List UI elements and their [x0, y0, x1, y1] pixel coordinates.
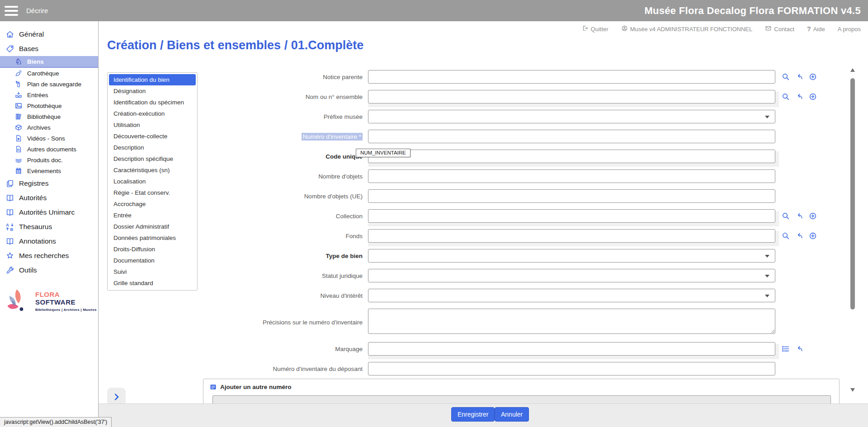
field-nombre-d-objets[interactable] — [368, 169, 775, 183]
plus-circle-icon[interactable] — [808, 92, 817, 101]
search-icon[interactable] — [781, 72, 790, 81]
search-icon[interactable] — [781, 231, 790, 240]
sidebar-item-bases[interactable]: Bases — [0, 42, 98, 56]
search-icon[interactable] — [781, 92, 790, 101]
sidebar-item-autorites[interactable]: Autorités — [0, 191, 98, 205]
field-collection[interactable] — [368, 209, 775, 223]
scroll-up-arrow[interactable] — [850, 68, 855, 72]
tab-localisation[interactable]: Localisation — [109, 176, 196, 187]
sidebar-item-thesaurus[interactable]: ABThesaurus — [0, 220, 98, 234]
tab-droits-diffusion[interactable]: Droits-Diffusion — [109, 244, 196, 255]
field-nombre-d-objets-ue[interactable] — [368, 189, 775, 203]
field-niveau-d-interet[interactable] — [368, 289, 775, 302]
az-sort-icon: AB — [5, 222, 14, 231]
calendar-icon — [14, 167, 23, 175]
app-title: Musée Flora Decalog Flora FORMATION v4.5 — [644, 0, 861, 21]
tab-donnees-patrimoniales[interactable]: Données patrimoniales — [109, 232, 196, 244]
tab-entree[interactable]: Entrée — [109, 210, 196, 221]
form-row-marquage: Marquage — [198, 342, 840, 356]
tab-accrochage[interactable]: Accrochage — [109, 198, 196, 210]
field-marquage[interactable] — [368, 342, 775, 356]
sidebar-item-produits-doc[interactable]: Produits doc. — [0, 155, 98, 165]
sidebar-item-outils[interactable]: Outils — [0, 263, 98, 277]
sidebar-item-biens[interactable]: ♘Biens — [0, 56, 98, 68]
form-row-nombre-d-objets: Nombre d'objets — [198, 169, 840, 183]
sidebar-item-videos-sons[interactable]: Vidéos - Sons — [0, 133, 98, 144]
sidebar-item-plan-de-sauvegarde[interactable]: Plan de sauvegarde — [0, 79, 98, 89]
tab-regie-etat-conserv[interactable]: Régie - Etat conserv. — [109, 187, 196, 198]
field-code-unique[interactable] — [368, 150, 775, 163]
cancel-button[interactable]: Annuler — [495, 407, 529, 422]
list-icon[interactable] — [781, 344, 790, 353]
tab-decouverte-collecte[interactable]: Découverte-collecte — [109, 131, 196, 142]
undo-icon[interactable] — [795, 344, 804, 353]
field-label-fonds: Fonds — [198, 233, 368, 239]
scrollbar-thumb[interactable] — [850, 78, 855, 310]
tab-utilisation[interactable]: Utilisation — [109, 119, 196, 131]
user-icon — [621, 25, 628, 33]
next-page-button[interactable] — [107, 388, 126, 406]
tab-caracteristiques-sn[interactable]: Caractéristiques (sn) — [109, 164, 196, 176]
tab-grille-standard[interactable]: Grille standard — [109, 277, 196, 289]
link-aide[interactable]: ?Aide — [807, 25, 825, 33]
field-nom-ou-n-ensemble[interactable] — [368, 90, 775, 103]
tab-creation-execution[interactable]: Création-exécution — [109, 108, 196, 119]
field-numero-d-inventaire-du-deposant[interactable] — [368, 362, 775, 375]
tab-suivi[interactable]: Suivi — [109, 266, 196, 277]
link-musee-v4-administrateur-fonctionnel[interactable]: Musée v4 ADMINISTRATEUR FONCTIONNEL — [621, 25, 753, 33]
save-button[interactable]: Enregistrer — [451, 407, 495, 422]
undo-icon[interactable] — [795, 72, 804, 81]
field-type-de-bien[interactable] — [368, 249, 775, 263]
field-precisions-sur-le-numero-d-inventaire[interactable] — [368, 309, 775, 334]
undo-icon[interactable] — [795, 231, 804, 240]
book-icon — [5, 237, 14, 246]
plus-circle-icon[interactable] — [808, 72, 817, 81]
field-numero-d-inventaire[interactable] — [368, 130, 775, 143]
sidebar-item-entrees[interactable]: Entrées — [0, 89, 98, 100]
sidebar-item-carotheque[interactable]: Carothèque — [0, 68, 98, 79]
sidebar-item-annotations[interactable]: Annotations — [0, 234, 98, 249]
tab-identification-du-specimen[interactable]: Identification du spécimen — [109, 97, 196, 108]
hamburger-menu-icon[interactable] — [5, 6, 18, 16]
sidebar-item-autorites-unimarc[interactable]: Autorités Unimarc — [0, 205, 98, 220]
undo-icon[interactable] — [795, 211, 804, 221]
field-fonds[interactable] — [368, 229, 775, 243]
field-notice-parente[interactable] — [368, 70, 775, 84]
form-row-code-unique: Code unique — [198, 150, 840, 163]
plus-circle-icon[interactable] — [808, 231, 817, 240]
sidebar-item-general[interactable]: Général — [0, 27, 98, 42]
tab-documentation[interactable]: Documentation — [109, 255, 196, 266]
sidebar-item-mes-recherches[interactable]: Mes recherches — [0, 249, 98, 263]
plus-circle-icon[interactable] — [808, 211, 817, 221]
wrench-icon — [5, 266, 14, 275]
sidebar-item-evenements[interactable]: Evènements — [0, 165, 98, 176]
top-bar: Décrire Musée Flora Decalog Flora FORMAT… — [0, 0, 868, 21]
chevron-right-icon — [112, 393, 121, 401]
knight-icon: ♘ — [14, 57, 23, 66]
link-quitter[interactable]: Quitter — [582, 25, 609, 33]
field-prefixe-musee[interactable] — [368, 110, 775, 123]
sidebar-item-bibliotheque[interactable]: Bibliothèque — [0, 111, 98, 122]
brand-flora: FLORA — [35, 291, 60, 298]
tab-description-specifique[interactable]: Description spécifique — [109, 153, 196, 164]
field-tooltip: NUM_INVENTAIRE — [356, 149, 410, 157]
scroll-down-arrow[interactable] — [850, 388, 855, 392]
star-icon — [5, 251, 14, 260]
field-label-nom-ou-n-ensemble: Nom ou n° ensemble — [198, 94, 368, 100]
sidebar-item-registres[interactable]: Registres — [0, 176, 98, 191]
stack-icon — [14, 156, 23, 164]
tab-designation[interactable]: Désignation — [109, 85, 196, 97]
sidebar-item-phototheque[interactable]: Photothèque — [0, 100, 98, 111]
tab-dossier-administratif[interactable]: Dossier Administratif — [109, 221, 196, 232]
undo-icon[interactable] — [795, 92, 804, 101]
sidebar-item-autres-documents[interactable]: Autres documents — [0, 144, 98, 155]
books-icon — [14, 113, 23, 121]
tab-description[interactable]: Description — [109, 142, 196, 153]
tab-identification-du-bien[interactable]: Identification du bien — [109, 74, 196, 85]
link-a-propos[interactable]: A propos — [838, 26, 861, 33]
sidebar-item-archives[interactable]: Archives — [0, 122, 98, 133]
field-statut-juridique[interactable] — [368, 269, 775, 282]
field-label-numero-d-inventaire: Numéro d'inventaire * — [198, 133, 368, 140]
link-contact[interactable]: Contact — [765, 25, 794, 33]
search-icon[interactable] — [781, 211, 790, 221]
